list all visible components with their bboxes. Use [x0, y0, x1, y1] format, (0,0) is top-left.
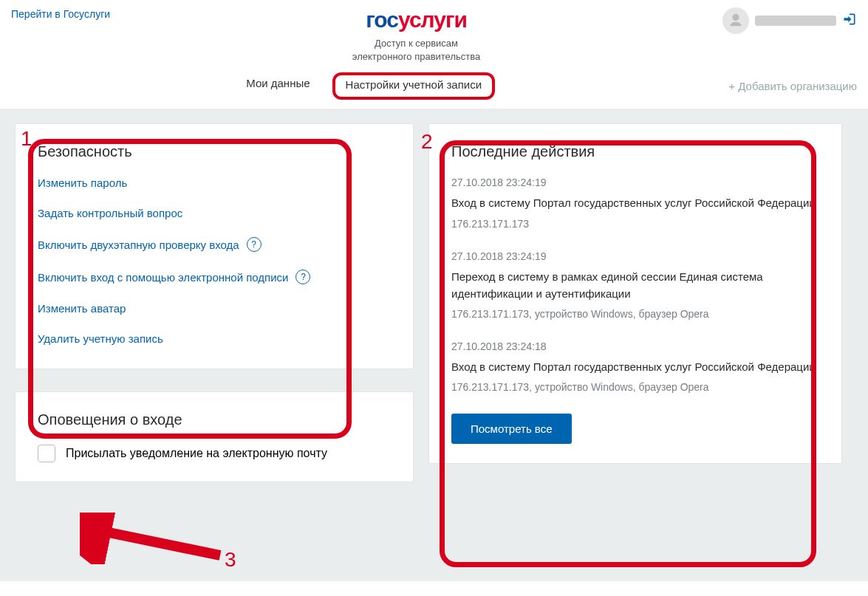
activity-entry: 27.10.2018 23:24:18 Вход в систему Порта…: [451, 340, 819, 393]
tab-my-data[interactable]: Мои данные: [245, 72, 311, 100]
user-icon: [728, 13, 744, 29]
change-password-link[interactable]: Изменить пароль: [38, 177, 391, 189]
enable-2fa-link[interactable]: Включить двухэтапную проверку входа ?: [38, 237, 391, 252]
add-organization-link[interactable]: + Добавить организацию: [728, 80, 857, 92]
security-card: Безопасность Изменить пароль Задать конт…: [15, 123, 414, 369]
help-icon[interactable]: ?: [247, 237, 262, 252]
logo: госуслуги: [110, 7, 722, 32]
annotation-number-3: 3: [225, 548, 236, 572]
email-notification-toggle[interactable]: Присылать уведомление на электронную поч…: [38, 445, 391, 462]
security-title: Безопасность: [38, 143, 391, 160]
logo-subtitle: Доступ к сервисам электронного правитель…: [110, 37, 722, 64]
set-security-question-link[interactable]: Задать контрольный вопрос: [38, 207, 391, 219]
change-avatar-link[interactable]: Изменить аватар: [38, 302, 391, 315]
annotation-number-1: 1: [21, 127, 33, 151]
help-icon[interactable]: ?: [295, 270, 310, 284]
checkbox[interactable]: [38, 445, 55, 462]
user-name-redacted: [755, 16, 836, 26]
logout-button[interactable]: [842, 12, 857, 30]
annotation-number-2: 2: [421, 130, 433, 154]
enable-esignature-link[interactable]: Включить вход с помощью электронной подп…: [38, 270, 391, 284]
login-notify-card: Оповещения о входе Присылать уведомление…: [15, 391, 414, 482]
back-to-gosuslugi-link[interactable]: Перейти в Госуслуги: [11, 8, 110, 20]
activity-entry: 27.10.2018 23:24:19 Вход в систему Порта…: [451, 177, 819, 229]
login-notify-title: Оповещения о входе: [38, 411, 391, 428]
recent-activity-card: Последние действия 27.10.2018 23:24:19 В…: [428, 123, 842, 464]
delete-account-link[interactable]: Удалить учетную запись: [38, 332, 391, 345]
tab-account-settings[interactable]: Настройки учетной записи: [332, 72, 496, 100]
view-all-button[interactable]: Посмотреть все: [451, 414, 572, 444]
recent-activity-title: Последние действия: [451, 143, 819, 160]
logout-icon: [842, 12, 857, 27]
avatar[interactable]: [722, 7, 749, 34]
email-notification-label: Присылать уведомление на электронную поч…: [66, 447, 327, 460]
activity-entry: 27.10.2018 23:24:19 Переход в систему в …: [451, 250, 819, 321]
